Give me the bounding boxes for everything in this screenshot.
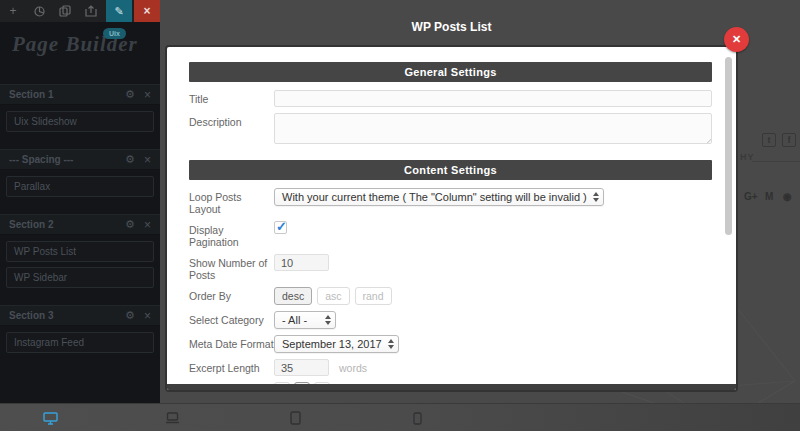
edit-mode-button[interactable]: ✎ (106, 0, 132, 22)
general-settings-header: General Settings (189, 62, 712, 82)
gear-icon[interactable]: ⚙ (125, 88, 135, 101)
section-header[interactable]: --- Spacing --- ⚙ × (0, 149, 160, 170)
meta-date-format-select[interactable]: September 13, 2017 (274, 335, 399, 353)
select-category-row: Select Category - All - (189, 311, 712, 329)
export-icon[interactable] (78, 0, 104, 22)
select-stepper-icon (388, 339, 394, 349)
gear-icon[interactable]: ⚙ (125, 309, 135, 322)
gear-icon[interactable]: ⚙ (125, 218, 135, 231)
laptop-preview-icon[interactable] (164, 411, 180, 425)
theme-palette-icon[interactable] (26, 0, 52, 22)
section-header[interactable]: Section 2 ⚙ × (0, 214, 160, 235)
description-label: Description (189, 113, 274, 128)
order-by-desc-button[interactable]: desc (274, 287, 312, 305)
builder-sidebar: + ✎ × Page Builder Uix (0, 0, 160, 403)
desktop-preview-icon[interactable] (42, 411, 58, 425)
pages-icon[interactable] (52, 0, 78, 22)
widget-item[interactable]: Uix Slideshow (6, 111, 154, 132)
order-by-rand-button[interactable]: rand (355, 287, 392, 305)
close-icon[interactable]: × (144, 309, 151, 323)
meta-date-format-value: September 13, 2017 (282, 338, 382, 350)
underlay-divider (752, 161, 800, 162)
meta-date-format-label: Meta Date Format (189, 335, 274, 350)
excerpt-length-label: Excerpt Length (189, 359, 274, 374)
page-builder-logo: Page Builder Uix (0, 22, 160, 66)
title-label: Title (189, 90, 274, 105)
description-textarea[interactable] (274, 113, 712, 144)
show-number-of-posts-row: Show Number of Posts (189, 254, 712, 281)
order-by-asc-button[interactable]: asc (317, 287, 349, 305)
section-widgets: Parallax (0, 170, 160, 214)
widget-item[interactable]: Instagram Feed (6, 332, 154, 353)
twitter-icon: t (762, 133, 776, 147)
show-number-of-posts-label: Show Number of Posts (189, 254, 274, 281)
next-section-sliver (167, 384, 736, 390)
description-row: Description (189, 113, 712, 144)
excerpt-length-input[interactable] (274, 359, 329, 376)
loop-posts-layout-select[interactable]: With your current theme ( The "Column" s… (274, 188, 604, 206)
meta-date-format-row: Meta Date Format September 13, 2017 (189, 335, 712, 353)
checkmark-icon: ✓ (276, 219, 287, 234)
widget-item[interactable]: WP Posts List (6, 241, 154, 262)
content-settings-header: Content Settings (189, 160, 712, 180)
section-title: --- Spacing --- (9, 154, 125, 165)
select-stepper-icon (593, 192, 599, 202)
googleplus-icon: G+ (744, 191, 758, 202)
loop-posts-layout-value: With your current theme ( The "Column" s… (282, 191, 587, 203)
widget-item[interactable]: WP Sidebar (6, 267, 154, 288)
section-title: Section 3 (9, 310, 125, 321)
add-section-button[interactable]: + (0, 0, 26, 22)
excerpt-length-row: Excerpt Length words (189, 359, 712, 376)
close-icon[interactable]: × (144, 88, 151, 102)
section-title: Section 2 (9, 219, 125, 230)
wp-posts-list-modal: General Settings Title Description Conte… (165, 45, 738, 392)
select-category-select[interactable]: - All - (274, 311, 336, 329)
display-pagination-checkbox[interactable]: ✓ (274, 221, 287, 234)
section-list: Section 1 ⚙ × Uix Slideshow --- Spacing … (0, 84, 160, 370)
close-icon[interactable]: × (144, 218, 151, 232)
device-preview-bar (0, 403, 800, 431)
loop-posts-layout-label: Loop Posts Layout (189, 188, 274, 215)
logo-badge: Uix (103, 28, 126, 39)
excerpt-length-suffix: words (339, 362, 367, 374)
facebook-icon: f (782, 133, 796, 147)
section-widgets: Uix Slideshow (0, 105, 160, 149)
section-header[interactable]: Section 3 ⚙ × (0, 305, 160, 326)
section-widgets: WP Posts List WP Sidebar (0, 235, 160, 305)
select-stepper-icon (325, 315, 331, 325)
section-widgets: Instagram Feed (0, 326, 160, 370)
select-category-label: Select Category (189, 311, 274, 326)
order-by-label: Order By (189, 287, 274, 302)
modal-close-button[interactable]: ✕ (724, 27, 749, 52)
widget-item[interactable]: Parallax (6, 176, 154, 197)
order-by-row: Order By desc asc rand (189, 287, 712, 305)
display-pagination-label: Display Pagination (189, 221, 274, 248)
exit-builder-button[interactable]: × (134, 0, 160, 22)
loop-posts-layout-row: Loop Posts Layout With your current them… (189, 188, 712, 215)
select-category-value: - All - (282, 314, 307, 326)
gear-icon[interactable]: ⚙ (125, 153, 135, 166)
dot-icon: ◉ (783, 191, 792, 202)
medium-icon: M (765, 191, 773, 202)
tablet-preview-icon[interactable] (287, 411, 303, 425)
page-builder-app: t f HY G+ M ◉ + (0, 0, 800, 431)
section-header[interactable]: Section 1 ⚙ × (0, 84, 160, 105)
modal-title: WP Posts List (165, 20, 738, 34)
section-title: Section 1 (9, 89, 125, 100)
show-number-of-posts-input[interactable] (274, 254, 329, 271)
phone-preview-icon[interactable] (409, 411, 425, 425)
title-input[interactable] (274, 90, 712, 107)
title-row: Title (189, 90, 712, 107)
modal-scrollbar[interactable] (725, 57, 732, 235)
display-pagination-row: Display Pagination ✓ (189, 221, 712, 248)
close-icon[interactable]: × (144, 153, 151, 167)
builder-toolbar: + ✎ × (0, 0, 160, 22)
